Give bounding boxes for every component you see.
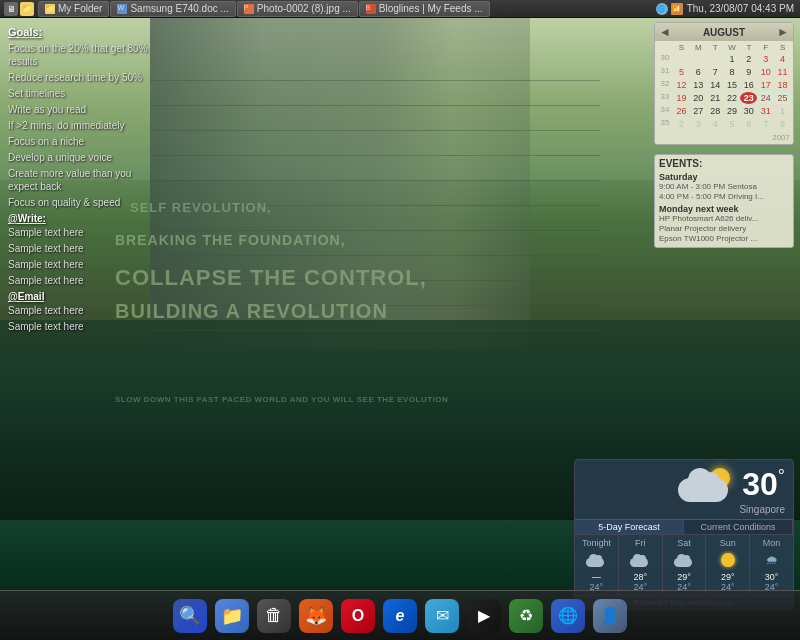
taskbar-right: 🌐 📶 Thu, 23/08/07 04:43 PM xyxy=(650,3,800,15)
dock-item-folder[interactable]: 📁 xyxy=(213,597,251,635)
dock: 🔍 📁 🗑 🦊 O e ✉ ▶ ♻ 🌐 👤 xyxy=(0,590,800,640)
dock-item-people[interactable]: 👤 xyxy=(591,597,629,635)
cal-week-33: 33 19 20 21 22 23 24 25 xyxy=(657,92,791,104)
system-clock: Thu, 23/08/07 04:43 PM xyxy=(687,3,794,14)
forecast-sun: Sun 29° 24° xyxy=(706,535,750,595)
weather-city: Singapore xyxy=(575,504,793,519)
weather-tab-forecast[interactable]: 5-Day Forecast xyxy=(575,520,684,534)
calendar-prev[interactable]: ◄ xyxy=(659,25,671,39)
email-label: @Email xyxy=(8,291,162,302)
weather-widget: 30° Singapore 5-Day Forecast Current Con… xyxy=(574,459,794,610)
dock-item-finder[interactable]: 🔍 xyxy=(171,597,209,635)
event-day-1: Monday next week xyxy=(659,204,789,214)
goal-item-4: If >2 mins, do immediately xyxy=(8,119,162,132)
write-item-1: Sample text here xyxy=(8,242,162,255)
calendar-year: 2007 xyxy=(655,133,793,144)
event-item-0-0: 9:00 AM - 3:00 PM Sentosa xyxy=(659,182,789,191)
sidebar-widget: Goals: Focus on the 20% that get 80% res… xyxy=(0,22,170,340)
weather-unit: ° xyxy=(778,466,785,486)
weather-temp: 30 xyxy=(742,466,778,502)
goal-item-5: Focus on a niche xyxy=(8,135,162,148)
dock-item-mail[interactable]: ✉ xyxy=(423,597,461,635)
dock-item-opera[interactable]: O xyxy=(339,597,377,635)
weather-top: 30° xyxy=(575,460,793,504)
email-item-1: Sample text here xyxy=(8,320,162,333)
sys-tray: 🌐 📶 xyxy=(656,3,683,15)
building-text-5: SLOW DOWN THIS FAST PACED WORLD AND YOU … xyxy=(115,395,448,404)
forecast-mon: Mon 🌧 30° 24° xyxy=(750,535,793,595)
dock-item-recycle[interactable]: ♻ xyxy=(507,597,545,635)
goals-label: Goals: xyxy=(8,26,162,38)
event-item-0-1: 4:00 PM - 5:00 PM Driving I... xyxy=(659,192,789,201)
forecast-icon-3 xyxy=(708,550,747,570)
forecast-icon-1 xyxy=(621,550,660,570)
forecast-fri: Fri 28° 24° xyxy=(619,535,663,595)
write-item-2: Sample text here xyxy=(8,258,162,271)
tray-icon-1: 🌐 xyxy=(656,3,668,15)
events-widget: EVENTS: Saturday 9:00 AM - 3:00 PM Sento… xyxy=(654,154,794,248)
dock-item-firefox[interactable]: 🦊 xyxy=(297,597,335,635)
event-item-1-1: Planar Projector delivery xyxy=(659,224,789,233)
weather-icon-large xyxy=(676,464,736,504)
dock-item-ie[interactable]: e xyxy=(381,597,419,635)
forecast-icon-4: 🌧 xyxy=(752,550,791,570)
calendar-header: ◄ AUGUST ► xyxy=(655,23,793,41)
taskbar-folder-icon[interactable]: 📁 xyxy=(20,2,34,16)
event-day-0: Saturday xyxy=(659,172,789,182)
taskbar: 🖥 📁 📁 My Folder W Samsung E740.doc ... P… xyxy=(0,0,800,18)
goal-item-8: Focus on quality & speed xyxy=(8,196,162,209)
dock-item-browser[interactable]: 🌐 xyxy=(549,597,587,635)
goal-item-2: Set timelines xyxy=(8,87,162,100)
forecast-tonight: Tonight — 24° xyxy=(575,535,619,595)
taskbar-left: 🖥 📁 xyxy=(0,2,38,16)
start-icon[interactable]: 🖥 xyxy=(4,2,18,16)
calendar-next[interactable]: ► xyxy=(777,25,789,39)
weather-forecast: Tonight — 24° Fri 28° 24° Sat 29° 24° xyxy=(575,534,793,595)
cal-week-34: 34 26 27 28 29 30 31 1 xyxy=(657,105,791,117)
dock-item-trash[interactable]: 🗑 xyxy=(255,597,293,635)
goal-item-7: Create more value than you expect back xyxy=(8,167,162,193)
goal-item-3: Write as you read xyxy=(8,103,162,116)
write-item-3: Sample text here xyxy=(8,274,162,287)
taskbar-item-0[interactable]: 📁 My Folder xyxy=(38,1,109,17)
forecast-icon-2 xyxy=(665,550,704,570)
cal-week-31: 31 5 6 7 8 9 10 11 xyxy=(657,66,791,78)
calendar-month: AUGUST xyxy=(703,27,745,38)
write-label: @Write: xyxy=(8,213,162,224)
weather-tabs: 5-Day Forecast Current Conditions xyxy=(575,519,793,534)
email-item-0: Sample text here xyxy=(8,304,162,317)
weather-temp-display: 30° xyxy=(742,466,785,503)
goal-item-0: Focus on the 20% that get 80% results xyxy=(8,42,162,68)
tray-icon-2: 📶 xyxy=(671,3,683,15)
taskbar-item-3[interactable]: B Bloglines | My Feeds ... xyxy=(359,1,490,17)
forecast-icon-0 xyxy=(577,550,616,570)
events-title: EVENTS: xyxy=(659,158,789,169)
taskbar-items: 📁 My Folder W Samsung E740.doc ... P Pho… xyxy=(38,1,650,17)
taskbar-item-1[interactable]: W Samsung E740.doc ... xyxy=(110,1,235,17)
dock-item-media[interactable]: ▶ xyxy=(465,597,503,635)
cal-week-32: 32 12 13 14 15 16 17 18 xyxy=(657,79,791,91)
event-item-1-0: HP Photosmart A626 deliv... xyxy=(659,214,789,223)
weather-tab-current[interactable]: Current Conditions xyxy=(684,520,793,534)
goal-item-6: Develop a unique voice xyxy=(8,151,162,164)
goal-item-1: Reduce research time by 50% xyxy=(8,71,162,84)
event-item-1-2: Epson TW1000 Projector ... xyxy=(659,234,789,243)
write-item-0: Sample text here xyxy=(8,226,162,239)
forecast-sat: Sat 29° 24° xyxy=(663,535,707,595)
cal-week-30: 30 1 2 3 4 xyxy=(657,53,791,65)
calendar-widget: ◄ AUGUST ► S M T W T F S 30 1 2 3 4 31 xyxy=(654,22,794,145)
calendar-grid: S M T W T F S 30 1 2 3 4 31 5 6 7 8 9 10 xyxy=(655,41,793,133)
taskbar-item-2[interactable]: P Photo-0002 (8).jpg ... xyxy=(237,1,358,17)
cal-week-35: 35 2 3 4 5 6 7 8 xyxy=(657,118,791,130)
